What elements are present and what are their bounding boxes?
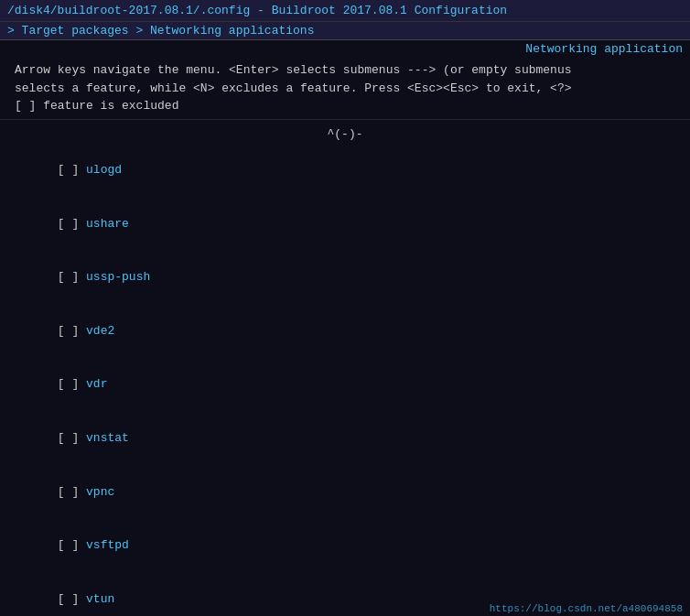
list-item[interactable]: [ ] vpnc [0, 466, 690, 520]
title-bar: /disk4/buildroot-2017.08.1/.config - Bui… [0, 0, 690, 22]
title-text: /disk4/buildroot-2017.08.1/.config - Bui… [7, 4, 507, 17]
list-item[interactable]: [ ] vnstat [0, 412, 690, 466]
list-item[interactable]: [ ] vdr [0, 359, 690, 413]
breadcrumb-text: > Target packages > Networking applicati… [7, 24, 314, 38]
list-item[interactable]: [ ] ushare [0, 198, 690, 252]
list-item[interactable]: [ ] vde2 [0, 305, 690, 359]
main-content[interactable]: ^(-)- [ ] ulogd [ ] ushare [ ] ussp-push… [0, 120, 690, 617]
help-text: Arrow keys navigate the menu. <Enter> se… [0, 58, 690, 120]
list-item[interactable]: [ ] ussp-push [0, 252, 690, 306]
center-arrow: ^(-)- [0, 124, 690, 145]
help-line1: Arrow keys navigate the menu. <Enter> se… [15, 61, 675, 80]
app: /disk4/buildroot-2017.08.1/.config - Bui… [0, 0, 690, 616]
list-item[interactable]: [ ] ulogd [0, 145, 690, 199]
help-line2: selects a feature, while <N> excludes a … [15, 80, 675, 98]
header-label-text: Networking application [525, 42, 683, 56]
header-label: Networking application [0, 40, 690, 58]
watermark: https://blog.csdn.net/a480694858 [490, 603, 683, 614]
help-line3: [ ] feature is excluded [15, 97, 675, 115]
breadcrumb: > Target packages > Networking applicati… [0, 22, 690, 40]
list-item[interactable]: [ ] vsftpd [0, 519, 690, 573]
